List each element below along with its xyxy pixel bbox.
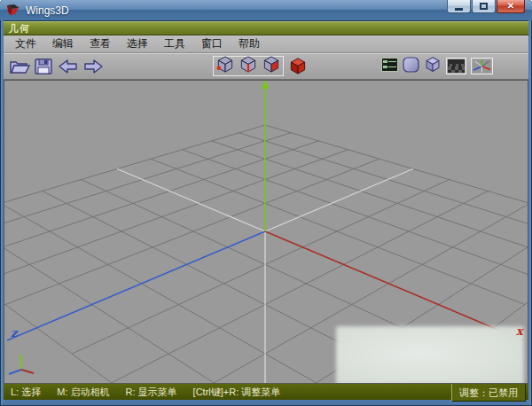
adjust-status-text: 调整：已禁用 — [459, 387, 518, 398]
flat-shaded-icon — [424, 56, 442, 73]
axes-icon — [473, 59, 491, 73]
geometry-window-title: 几何 — [9, 22, 30, 35]
vertex-mode-icon — [215, 55, 236, 74]
status-right-click: R: 显示菜单 — [126, 386, 177, 399]
ground-plane-button[interactable] — [446, 58, 466, 74]
body-mode-button[interactable] — [286, 56, 309, 76]
smooth-shaded-icon — [403, 57, 419, 73]
menu-item-select[interactable]: 选择 — [124, 35, 151, 52]
minimize-button[interactable] — [447, 0, 471, 13]
open-icon — [9, 58, 30, 75]
view-toggle-group — [381, 56, 493, 76]
smooth-shaded-button[interactable] — [403, 57, 419, 76]
edge-mode-button[interactable] — [238, 55, 259, 77]
menubar: 文件 编辑 查看 选择 工具 窗口 帮助 — [4, 35, 528, 53]
close-icon: ✕ — [507, 2, 514, 11]
menu-item-window[interactable]: 窗口 — [199, 35, 225, 52]
close-button[interactable]: ✕ — [497, 0, 525, 13]
back-arrow-icon — [58, 59, 79, 74]
maximize-icon — [480, 3, 488, 10]
edge-mode-icon — [238, 55, 259, 74]
toolbar — [4, 53, 528, 80]
menu-item-help[interactable]: 帮助 — [236, 35, 262, 52]
status-left-click: L: 选择 — [11, 386, 41, 399]
menu-item-tools[interactable]: 工具 — [161, 35, 188, 52]
body-mode-icon — [287, 57, 309, 75]
window-title: Wings3D — [26, 4, 69, 17]
titlebar[interactable]: Wings3D ✕ — [0, 0, 532, 20]
maximize-button[interactable] — [472, 0, 496, 13]
client-area: 几何 文件 编辑 查看 选择 工具 窗口 帮助 — [4, 20, 528, 400]
face-mode-button[interactable] — [261, 55, 282, 77]
ground-plane-icon — [448, 59, 465, 73]
viewport-3d[interactable]: z x — [4, 80, 528, 384]
menu-item-edit[interactable]: 编辑 — [50, 35, 76, 52]
flat-shaded-button[interactable] — [424, 56, 442, 76]
open-button[interactable] — [8, 56, 31, 76]
face-mode-icon — [261, 55, 282, 74]
save-button[interactable] — [32, 56, 55, 76]
statusbar: L: 选择 M: 启动相机 R: 显示菜单 [Ctrl键]+R: 调整菜单 调整… — [4, 384, 528, 400]
save-icon — [34, 58, 53, 75]
status-middle-click: M: 启动相机 — [57, 386, 109, 399]
axes-button[interactable] — [471, 58, 493, 74]
geometry-window-header[interactable]: 几何 — [4, 21, 528, 35]
vertex-mode-button[interactable] — [215, 55, 236, 77]
geometry-graph-button[interactable] — [381, 58, 398, 75]
app-icon — [6, 4, 21, 17]
menu-item-view[interactable]: 查看 — [87, 35, 113, 52]
wings3d-window: Wings3D ✕ 几何 文件 编辑 查看 选择 工具 窗口 帮助 — [0, 0, 532, 406]
selection-mode-group — [213, 56, 284, 76]
x-axis-label: x — [516, 325, 523, 337]
status-hints: L: 选择 M: 启动相机 R: 显示菜单 [Ctrl键]+R: 调整菜单 — [11, 386, 451, 399]
z-axis-label: z — [11, 327, 17, 339]
menu-item-file[interactable]: 文件 — [12, 35, 39, 52]
back-button[interactable] — [57, 56, 80, 76]
window-controls: ✕ — [447, 0, 525, 13]
forward-button[interactable] — [82, 56, 105, 76]
geometry-graph-icon — [381, 58, 398, 72]
adjust-status-badge: 调整：已禁用 — [451, 382, 526, 402]
minimize-icon — [455, 8, 463, 11]
blurred-watermark — [336, 326, 524, 384]
status-ctrl-right-click: [Ctrl键]+R: 调整菜单 — [193, 386, 281, 399]
forward-arrow-icon — [82, 59, 104, 74]
